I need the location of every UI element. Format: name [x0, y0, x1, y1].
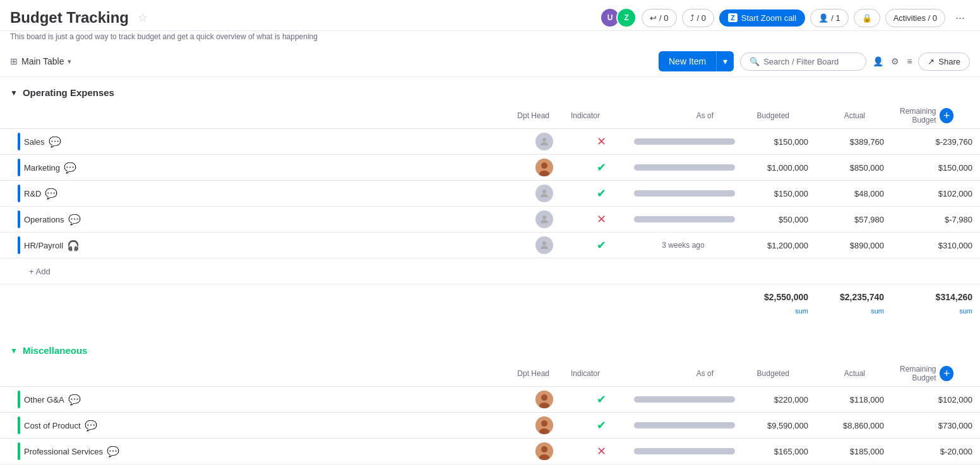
- remaining-cell: $102,000: [892, 185, 980, 202]
- sum-empty: [513, 289, 576, 305]
- zoom-call-btn[interactable]: Z Start Zoom call: [719, 9, 805, 27]
- svg-point-11: [541, 420, 547, 427]
- add-row[interactable]: + Add: [0, 465, 980, 474]
- new-item-label[interactable]: New Item: [659, 51, 717, 71]
- remaining-cell: $310,000: [892, 237, 980, 254]
- operating-column-headers: Dpt Head Indicator As of Budgeted Actual…: [0, 103, 980, 129]
- table-row: R&D 💬 ✔ $150,000 $48,000 $102,000: [0, 181, 980, 207]
- person-avatar: [535, 391, 553, 408]
- new-item-arrow[interactable]: ▾: [717, 51, 734, 71]
- share-btn[interactable]: ↗ Share: [918, 52, 970, 71]
- comment-icon[interactable]: 💬: [45, 188, 57, 200]
- remaining-sum: $314,260: [892, 289, 980, 305]
- comment-icon[interactable]: 💬: [85, 420, 97, 432]
- more-options-btn[interactable]: ···: [950, 9, 970, 27]
- indicator-cell: ✕: [576, 131, 626, 152]
- person-filter-icon[interactable]: 👤: [873, 56, 883, 66]
- table-row: Other G&A 💬 ✔ $220,000 $118,000 $102,000: [0, 387, 980, 413]
- col-actual-header: Actual: [797, 111, 873, 120]
- table-label[interactable]: ⊞ Main Table ▾: [10, 56, 71, 66]
- search-icon: 🔍: [750, 57, 760, 66]
- add-row-btn[interactable]: + Add: [10, 263, 513, 280]
- sum-empty: [576, 289, 626, 305]
- users-icon: 👤: [818, 13, 828, 23]
- collapse-icon[interactable]: ▼: [10, 88, 18, 97]
- budgeted-sum: $2,550,000: [740, 289, 816, 305]
- miscellaneous-title: Miscellaneous: [23, 345, 88, 356]
- miscellaneous-group: ▼ Miscellaneous Dpt Head Indicator As of…: [0, 335, 980, 474]
- as-of-cell: [626, 133, 740, 150]
- actual-cell: $8,860,000: [816, 417, 892, 434]
- svg-point-0: [542, 138, 546, 142]
- lock-icon: 🔒: [862, 13, 872, 23]
- dpt-head-cell: [513, 233, 576, 258]
- new-item-btn[interactable]: New Item ▾: [659, 51, 734, 71]
- settings-icon[interactable]: ⚙: [891, 56, 899, 66]
- filter-icon[interactable]: ≡: [907, 56, 912, 66]
- table-row: Sales 💬 ✕ $150,000 $389,760 $-239,760: [0, 129, 980, 155]
- comment-icon[interactable]: 💬: [64, 162, 76, 174]
- lock-btn[interactable]: 🔒: [854, 9, 880, 27]
- sum-empty: [626, 289, 740, 305]
- activities-btn[interactable]: Activities / 0: [885, 9, 945, 27]
- row-name-cell: Operations 💬: [10, 207, 513, 232]
- comment-icon[interactable]: 💬: [68, 394, 81, 406]
- budgeted-cell: $150,000: [740, 133, 816, 150]
- add-column-btn-misc[interactable]: +: [940, 366, 953, 381]
- row-indicator-bar: [18, 159, 20, 176]
- operating-expenses-header: ▼ Operating Expenses: [0, 77, 980, 103]
- budgeted-cell: $150,000: [740, 185, 816, 202]
- operating-rows: Sales 💬 ✕ $150,000 $389,760 $-239,760: [0, 129, 980, 284]
- operating-sum-labels: sum sum sum: [0, 307, 980, 322]
- actual-sum-label: sum: [816, 307, 892, 315]
- replies-btn[interactable]: ↩ / 0: [642, 9, 676, 27]
- activities-label: Activities / 0: [893, 13, 937, 23]
- comment-icon[interactable]: 💬: [68, 214, 81, 226]
- comment-icon[interactable]: 💬: [49, 136, 61, 148]
- add-row-btn[interactable]: + Add: [10, 469, 513, 475]
- users-btn[interactable]: 👤 / 1: [810, 9, 848, 27]
- share-label: Share: [938, 57, 960, 66]
- star-icon[interactable]: ☆: [138, 11, 148, 25]
- collapse-icon[interactable]: ▼: [10, 346, 18, 355]
- indicator-green: ✔: [597, 161, 606, 174]
- avatar-2: Z: [616, 8, 636, 28]
- add-column-btn-operating[interactable]: +: [940, 108, 953, 123]
- col-asof-header: As of: [607, 111, 721, 120]
- row-name: Operations: [24, 215, 64, 224]
- add-row[interactable]: + Add: [0, 258, 980, 284]
- dpt-head-cell: [513, 387, 576, 412]
- row-name-cell: Sales 💬: [10, 129, 513, 154]
- budgeted-cell: $1,200,000: [740, 237, 816, 254]
- indicator-cell: ✔: [576, 157, 626, 178]
- person-avatar: [535, 185, 553, 202]
- operating-sum-row: $2,550,000 $2,235,740 $314,260: [0, 284, 980, 307]
- row-name: Sales: [24, 137, 45, 147]
- comment-icon[interactable]: 🎧: [67, 240, 80, 252]
- as-of-cell: 3 weeks ago: [626, 237, 740, 253]
- updates-icon: ⤴: [690, 13, 695, 23]
- as-of-cell: [626, 185, 740, 202]
- svg-point-6: [542, 241, 546, 245]
- row-name: Marketing: [24, 163, 60, 173]
- row-indicator-bar: [18, 133, 20, 150]
- operating-expenses-group: ▼ Operating Expenses Dpt Head Indicator …: [0, 77, 980, 322]
- comment-icon[interactable]: 💬: [107, 446, 119, 458]
- table-row: HR/Payroll 🎧 ✔ 3 weeks ago $1,200,000 $8…: [0, 233, 980, 258]
- person-avatar: [535, 416, 553, 434]
- search-filter-input[interactable]: 🔍 Search / Filter Board: [740, 52, 866, 71]
- updates-btn[interactable]: ⤴ / 0: [682, 9, 714, 27]
- indicator-green: ✔: [597, 239, 606, 252]
- budgeted-cell: $50,000: [740, 211, 816, 228]
- row-name: Other G&A: [24, 395, 64, 404]
- person-avatar: [535, 236, 553, 254]
- row-name-cell: Cost of Product 💬: [10, 413, 513, 438]
- dpt-head-cell: [513, 129, 576, 154]
- table-row: Marketing 💬 ✔ $1,000,000 $850,000 $150,0…: [0, 155, 980, 181]
- col-remaining-header: Remaining Budget +: [873, 365, 961, 382]
- col-asof-header: As of: [607, 369, 721, 378]
- row-name: Professional Services: [24, 447, 103, 456]
- remaining-cell: $730,000: [892, 417, 980, 434]
- dpt-head-cell: [513, 181, 576, 206]
- avatar-group: U Z: [600, 8, 636, 28]
